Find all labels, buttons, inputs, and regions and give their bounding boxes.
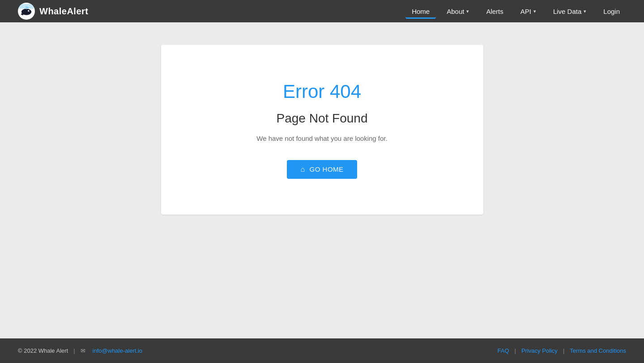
nav-login[interactable]: Login xyxy=(597,4,626,19)
nav-api-label: API xyxy=(520,8,531,15)
svg-point-2 xyxy=(28,10,29,12)
nav-live-data-label: Live Data xyxy=(553,8,581,15)
home-icon: ⌂ xyxy=(300,165,305,173)
nav-about[interactable]: About ▾ xyxy=(440,4,475,19)
footer-right: FAQ | Privacy Policy | Terms and Conditi… xyxy=(498,347,626,354)
footer-separator-3: | xyxy=(563,347,564,354)
whale-logo-svg xyxy=(19,4,34,18)
nav-api[interactable]: API ▾ xyxy=(514,4,542,19)
footer: © 2022 Whale Alert | ✉ info@whale-alert.… xyxy=(0,338,644,363)
footer-email-link[interactable]: info@whale-alert.io xyxy=(93,347,142,354)
brand-name: WhaleAlert xyxy=(39,6,88,17)
error-code: Error 404 xyxy=(283,81,361,102)
go-home-label: GO HOME xyxy=(310,165,344,173)
footer-separator-1: | xyxy=(73,347,75,354)
copyright-text: © 2022 Whale Alert xyxy=(18,347,68,354)
brand-logo[interactable]: WhaleAlert xyxy=(18,3,88,20)
chevron-down-icon: ▾ xyxy=(466,8,469,14)
footer-separator-2: | xyxy=(515,347,516,354)
error-card: Error 404 Page Not Found We have not fou… xyxy=(161,45,483,215)
chevron-down-icon-api: ▾ xyxy=(533,8,536,14)
footer-terms-link[interactable]: Terms and Conditions xyxy=(570,347,626,354)
navbar: WhaleAlert Home About ▾ Alerts API ▾ Liv… xyxy=(0,0,644,22)
footer-faq-link[interactable]: FAQ xyxy=(498,347,509,354)
nav-about-label: About xyxy=(447,8,464,15)
footer-privacy-link[interactable]: Privacy Policy xyxy=(521,347,558,354)
nav-home[interactable]: Home xyxy=(405,4,436,19)
chevron-down-icon-livedata: ▾ xyxy=(584,8,586,14)
nav-live-data[interactable]: Live Data ▾ xyxy=(547,4,593,19)
logo-image xyxy=(18,3,35,20)
error-message: We have not found what you are looking f… xyxy=(256,135,387,142)
main-nav: Home About ▾ Alerts API ▾ Live Data ▾ Lo… xyxy=(405,4,626,19)
envelope-icon: ✉ xyxy=(81,347,85,354)
error-title: Page Not Found xyxy=(277,111,368,126)
main-content: Error 404 Page Not Found We have not fou… xyxy=(0,22,644,338)
nav-alerts[interactable]: Alerts xyxy=(480,4,509,19)
go-home-button[interactable]: ⌂ GO HOME xyxy=(287,160,357,179)
footer-left: © 2022 Whale Alert | ✉ info@whale-alert.… xyxy=(18,347,142,354)
